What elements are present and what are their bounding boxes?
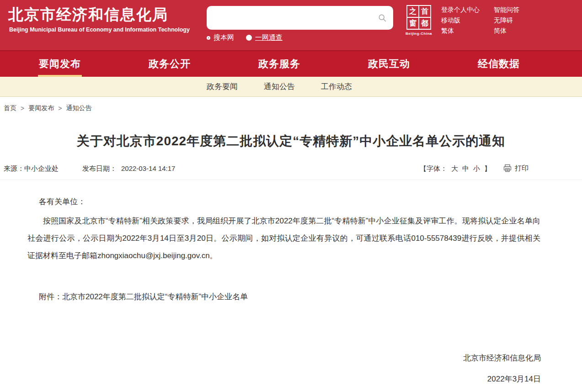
nav-item-label: 政民互动 bbox=[368, 57, 410, 71]
smart-qa-link[interactable]: 智能问答 bbox=[494, 6, 519, 13]
accessibility-link[interactable]: 无障碍 bbox=[494, 16, 519, 24]
search-box bbox=[207, 6, 393, 30]
search-input[interactable] bbox=[213, 9, 373, 27]
subnav-item-gov-news[interactable]: 政务要闻 bbox=[207, 81, 238, 92]
capital-window-logo[interactable]: 之 首 窗 都 bbox=[406, 5, 431, 30]
nav-item-label: 政务公开 bbox=[149, 57, 191, 71]
font-size-bracket-close: 】 bbox=[484, 164, 491, 173]
logo-char: 都 bbox=[419, 18, 430, 29]
search-icon[interactable] bbox=[378, 13, 387, 22]
search-scope-unified[interactable]: 一网通查 bbox=[246, 33, 283, 42]
logo-char: 窗 bbox=[407, 18, 418, 29]
nav-item-label: 政务服务 bbox=[258, 57, 300, 71]
capital-window-caption: Beijing-China bbox=[402, 32, 435, 36]
search-scope-site[interactable]: 搜本网 bbox=[207, 33, 234, 42]
login-link[interactable]: 登录个人中心 bbox=[441, 6, 480, 13]
print-label: 打印 bbox=[515, 164, 529, 173]
site-subtitle: Beijing Municipal Bureau of Economy and … bbox=[9, 26, 190, 33]
attachment-link[interactable]: 附件：北京市2022年度第二批拟认定“专精特新”中小企业名单 bbox=[39, 291, 248, 302]
breadcrumb-news[interactable]: 要闻发布 bbox=[28, 104, 54, 112]
article-body: 按照国家及北京市“专精特新”相关政策要求，我局组织开展了北京市2022年度第二批… bbox=[27, 212, 540, 265]
printer-icon bbox=[503, 164, 512, 173]
quick-links-column-2: 智能问答 无障碍 简体 bbox=[494, 6, 519, 34]
article-title: 关于对北京市2022年度第二批拟认定“专精特新”中小企业名单公示的通知 bbox=[0, 132, 582, 150]
signature-date: 2022年3月14日 bbox=[487, 374, 541, 384]
nav-item-label: 要闻发布 bbox=[39, 57, 81, 71]
font-size-large[interactable]: 大 bbox=[451, 164, 458, 173]
nav-item-gov-affairs[interactable]: 政务公开 bbox=[115, 51, 224, 77]
search-scope-site-label: 搜本网 bbox=[214, 33, 234, 42]
search-scope-unified-label: 一网通查 bbox=[255, 33, 283, 42]
site-title: 北京市经济和信息化局 bbox=[8, 5, 168, 25]
subnav-item-work-updates[interactable]: 工作动态 bbox=[321, 81, 352, 92]
site-header: 北京市经济和信息化局 Beijing Municipal Bureau of E… bbox=[0, 0, 582, 50]
print-button[interactable]: 打印 bbox=[503, 164, 529, 173]
article-date-label: 发布日期： bbox=[82, 164, 117, 172]
font-size-bracket-open: 【字体： bbox=[420, 164, 447, 173]
signature-organization: 北京市经济和信息化局 bbox=[463, 353, 541, 363]
logo-char: 首 bbox=[419, 6, 430, 17]
radio-site-icon bbox=[207, 36, 210, 40]
traditional-chinese-link[interactable]: 繁体 bbox=[441, 27, 480, 34]
nav-item-interaction[interactable]: 政民互动 bbox=[334, 51, 444, 77]
mobile-version-link[interactable]: 移动版 bbox=[441, 16, 480, 24]
font-size-chooser: 【字体： 大 中 小 】 bbox=[420, 164, 491, 173]
nav-item-label: 经信数据 bbox=[478, 57, 520, 71]
main-nav-inner: 要闻发布 政务公开 政务服务 政民互动 经信数据 bbox=[5, 51, 554, 77]
search-scope-options: 搜本网 一网通查 bbox=[207, 33, 283, 42]
breadcrumb-separator: > bbox=[58, 105, 62, 112]
breadcrumb: 首页 > 要闻发布 > 通知公告 bbox=[4, 104, 91, 112]
sub-nav: 政务要闻 通知公告 工作动态 bbox=[0, 77, 582, 97]
sub-nav-inner: 政务要闻 通知公告 工作动态 bbox=[207, 77, 352, 96]
subnav-item-notices[interactable]: 通知公告 bbox=[264, 81, 295, 92]
nav-item-gov-services[interactable]: 政务服务 bbox=[224, 51, 334, 77]
logo-char: 之 bbox=[407, 6, 418, 17]
quick-links-column-1: 登录个人中心 移动版 繁体 bbox=[441, 6, 480, 34]
article-date-value: 2022-03-14 14:17 bbox=[121, 164, 175, 172]
font-size-small[interactable]: 小 bbox=[473, 164, 480, 173]
font-size-medium[interactable]: 中 bbox=[462, 164, 469, 173]
breadcrumb-notices[interactable]: 通知公告 bbox=[66, 104, 91, 112]
page: 北京市经济和信息化局 Beijing Municipal Bureau of E… bbox=[0, 0, 582, 392]
meta-divider bbox=[0, 180, 582, 180]
article-source: 来源：中小企业处 bbox=[4, 164, 59, 173]
breadcrumb-home[interactable]: 首页 bbox=[4, 104, 16, 112]
radio-unified-icon bbox=[246, 35, 252, 41]
article-date: 发布日期：2022-03-14 14:17 bbox=[82, 164, 175, 173]
nav-item-news[interactable]: 要闻发布 bbox=[5, 51, 115, 77]
main-nav: 要闻发布 政务公开 政务服务 政民互动 经信数据 bbox=[0, 50, 582, 77]
nav-item-data[interactable]: 经信数据 bbox=[444, 51, 554, 77]
article-salutation: 各有关单位： bbox=[39, 196, 85, 207]
simplified-chinese-link[interactable]: 简体 bbox=[494, 27, 519, 34]
article-meta: 来源：中小企业处 发布日期：2022-03-14 14:17 【字体： 大 中 … bbox=[0, 164, 582, 175]
breadcrumb-separator: > bbox=[21, 105, 24, 112]
